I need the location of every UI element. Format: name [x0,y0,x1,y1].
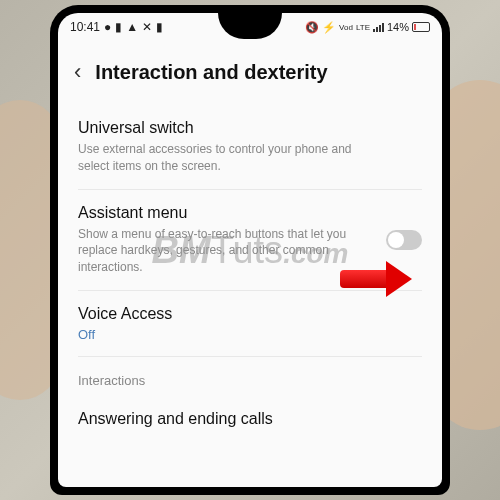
carrier-label: Vod [339,23,353,32]
setting-status: Off [78,327,422,342]
page-title: Interaction and dexterity [95,61,327,84]
assistant-menu-toggle[interactable] [386,230,422,250]
wifi-icon: ⚡ [322,21,336,34]
battery-percent: 14% [387,21,409,33]
signal-icon [373,22,384,32]
status-time: 10:41 [70,20,100,34]
setting-assistant-menu[interactable]: Assistant menu Show a menu of easy-to-re… [78,189,422,290]
setting-answering-calls[interactable]: Answering and ending calls [78,396,422,446]
phone-frame: 10:41 ● ▮ ▲ ✕ ▮ 🔇 ⚡ Vod LTE 14% [50,5,450,495]
mute-icon: 🔇 [305,21,319,34]
page-header: ‹ Interaction and dexterity [58,41,442,105]
wrench-icon: ✕ [142,20,152,34]
setting-voice-access[interactable]: Voice Access Off [78,290,422,356]
warning-icon: ▮ [115,20,122,34]
setting-universal-switch[interactable]: Universal switch Use external accessorie… [78,105,422,189]
setting-title: Universal switch [78,119,422,137]
chat-icon: ● [104,20,111,34]
network-label: LTE [356,23,370,32]
phone-screen: 10:41 ● ▮ ▲ ✕ ▮ 🔇 ⚡ Vod LTE 14% [58,13,442,487]
setting-title: Voice Access [78,305,422,323]
setting-description: Show a menu of easy-to-reach buttons tha… [78,226,422,276]
person-icon: ▲ [126,20,138,34]
battery-icon [412,22,430,32]
clipboard-icon: ▮ [156,20,163,34]
setting-title: Assistant menu [78,204,422,222]
setting-description: Use external accessories to control your… [78,141,422,175]
section-header-interactions: Interactions [78,356,422,396]
back-button[interactable]: ‹ [74,59,81,85]
setting-title: Answering and ending calls [78,410,422,428]
